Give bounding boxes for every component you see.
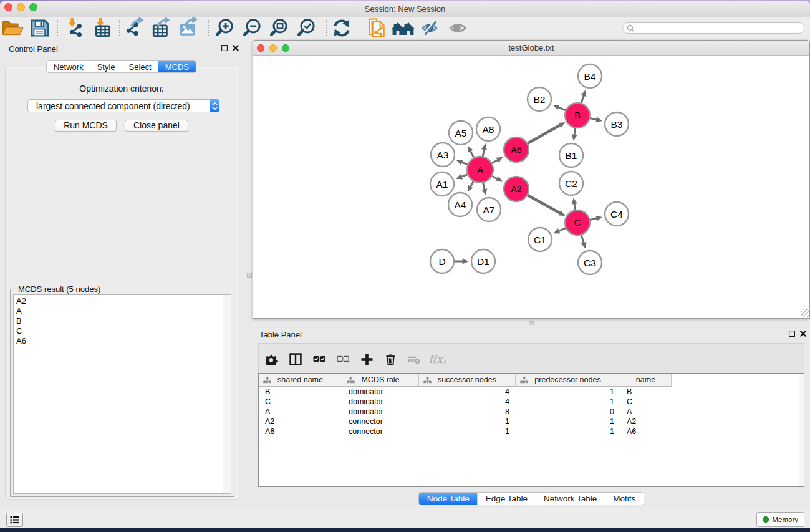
zoom-in-button[interactable]: [212, 18, 238, 38]
window-resize-grip[interactable]: [801, 309, 809, 317]
run-mcds-button[interactable]: Run MCDS: [55, 120, 117, 132]
refresh-button[interactable]: [329, 18, 355, 38]
graph-node-A[interactable]: A: [467, 157, 493, 183]
select-all-columns-button[interactable]: [307, 348, 331, 370]
graph-node-A8[interactable]: A8: [476, 117, 500, 141]
table-cell[interactable]: B: [620, 387, 672, 396]
table-cell[interactable]: C: [620, 397, 672, 406]
network-minimize-traffic-light[interactable]: [269, 44, 277, 52]
close-panel-button[interactable]: Close panel: [125, 120, 188, 132]
tab-select[interactable]: Select: [122, 61, 158, 72]
export-table-button[interactable]: [149, 18, 175, 38]
close-panel-icon[interactable]: [233, 45, 239, 51]
table-cell[interactable]: 1: [419, 417, 516, 426]
save-session-button[interactable]: [27, 18, 53, 38]
create-column-button[interactable]: [355, 348, 378, 370]
column-header-successor-nodes[interactable]: successor nodes: [419, 374, 516, 387]
table-scrollbar[interactable]: [799, 374, 804, 486]
table-tab-motifs[interactable]: Motifs: [605, 493, 644, 505]
table-cell[interactable]: C: [259, 397, 342, 406]
graph-node-A4[interactable]: A4: [448, 193, 472, 216]
mcds-result-item[interactable]: C: [14, 326, 231, 336]
table-row[interactable]: Cdominator41C: [259, 397, 804, 407]
graph-node-A1[interactable]: A1: [430, 172, 454, 196]
open-file-button[interactable]: [0, 18, 26, 38]
table-cell[interactable]: dominator: [342, 397, 419, 406]
table-row[interactable]: A2connector11A2: [259, 417, 804, 427]
graph-node-A3[interactable]: A3: [431, 143, 455, 167]
graph-node-C3[interactable]: C3: [578, 251, 602, 274]
table-row[interactable]: Bdominator41B: [259, 387, 804, 397]
import-network-button[interactable]: [62, 18, 89, 38]
table-cell[interactable]: A2: [259, 417, 342, 426]
split-columns-button[interactable]: [284, 348, 307, 370]
zoom-selected-button[interactable]: [294, 18, 320, 38]
show-panel-button[interactable]: [446, 18, 472, 38]
zoom-out-button[interactable]: [239, 18, 266, 38]
graph-node-C1[interactable]: C1: [528, 228, 552, 251]
graph-node-C[interactable]: C: [565, 210, 590, 235]
table-cell[interactable]: 4: [419, 387, 516, 396]
network-close-traffic-light[interactable]: [257, 44, 264, 52]
table-cell[interactable]: B: [259, 387, 342, 396]
graph-node-B3[interactable]: B3: [605, 112, 629, 136]
import-table-button[interactable]: [90, 18, 116, 38]
memory-button[interactable]: Memory: [756, 512, 804, 527]
mcds-result-list[interactable]: A2ABCA6: [13, 294, 231, 494]
delete-column-button[interactable]: [378, 348, 402, 370]
graph-node-B4[interactable]: B4: [578, 64, 602, 88]
table-cell[interactable]: dominator: [342, 407, 419, 416]
home-button[interactable]: [390, 18, 417, 38]
table-cell[interactable]: 1: [516, 387, 620, 396]
table-cell[interactable]: 1: [516, 427, 620, 436]
mcds-list-scrollbar[interactable]: [223, 295, 231, 493]
graph-edge-A6-B[interactable]: [525, 125, 561, 145]
table-cell[interactable]: A: [259, 407, 342, 416]
mcds-result-item[interactable]: B: [14, 316, 231, 326]
table-options-button[interactable]: [260, 348, 284, 370]
table-row[interactable]: A6connector11A6: [259, 427, 804, 437]
table-cell[interactable]: A6: [259, 427, 342, 436]
table-cell[interactable]: A: [620, 407, 672, 416]
table-tab-edge-table[interactable]: Edge Table: [478, 493, 536, 505]
graph-node-B1[interactable]: B1: [559, 143, 583, 167]
float-table-panel-icon[interactable]: [789, 331, 795, 337]
graph-node-A5[interactable]: A5: [449, 121, 473, 145]
column-header-name[interactable]: name: [620, 374, 672, 387]
network-zoom-traffic-light[interactable]: [282, 44, 289, 52]
table-cell[interactable]: 0: [516, 407, 620, 416]
table-cell[interactable]: connector: [342, 417, 419, 426]
tab-style[interactable]: Style: [90, 61, 122, 72]
unselect-all-columns-button[interactable]: [331, 348, 355, 370]
mcds-result-item[interactable]: A: [14, 306, 231, 316]
task-history-button[interactable]: [6, 513, 23, 527]
table-cell[interactable]: 1: [516, 397, 620, 406]
export-image-button[interactable]: [176, 18, 202, 38]
mcds-result-item[interactable]: A2: [14, 296, 231, 306]
criterion-dropdown[interactable]: largest connected component (directed): [27, 99, 219, 112]
tab-mcds[interactable]: MCDS: [158, 61, 195, 72]
table-cell[interactable]: dominator: [342, 387, 419, 396]
graph-node-B2[interactable]: B2: [528, 87, 551, 111]
table-tab-node-table[interactable]: Node Table: [419, 493, 478, 505]
table-row[interactable]: Adominator80A: [259, 407, 804, 417]
export-network-button[interactable]: [123, 18, 149, 38]
graph-node-C4[interactable]: C4: [605, 202, 629, 226]
table-cell[interactable]: connector: [342, 427, 419, 436]
graph-node-D[interactable]: D: [430, 249, 454, 273]
column-header-MCDS-role[interactable]: MCDS role: [342, 374, 419, 387]
mcds-result-item[interactable]: A6: [14, 336, 231, 346]
network-canvas[interactable]: A A1 A3 A5 A8 A4 A7 A6 A2 B B1 B2 B3: [253, 56, 809, 318]
table-cell[interactable]: 8: [419, 407, 516, 416]
zoom-fit-button[interactable]: [266, 18, 292, 38]
table-cell[interactable]: 4: [419, 397, 516, 406]
column-header-predecessor-nodes[interactable]: predecessor nodes: [516, 374, 620, 387]
graph-node-A2[interactable]: A2: [504, 177, 529, 201]
graph-node-A7[interactable]: A7: [477, 198, 501, 221]
close-table-panel-icon[interactable]: [800, 331, 806, 337]
tab-network[interactable]: Network: [47, 61, 90, 72]
graph-node-A6[interactable]: A6: [504, 137, 529, 162]
float-panel-icon[interactable]: [221, 45, 228, 51]
search-input[interactable]: [622, 22, 804, 34]
hide-panel-button[interactable]: [418, 18, 444, 38]
